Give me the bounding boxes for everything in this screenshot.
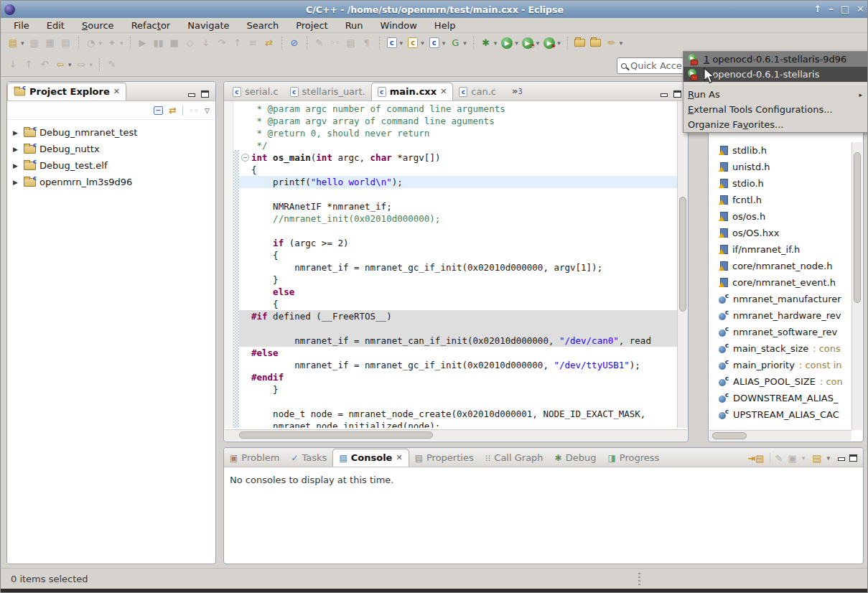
chevron-down-icon[interactable]: ▾ <box>826 454 830 462</box>
editor-vertical-scrollbar[interactable] <box>677 101 688 428</box>
code-line[interactable]: * @param argv array of command line agum… <box>239 115 677 127</box>
tree-item-debug_nuttx[interactable]: ▶Debug_nuttx <box>7 141 215 157</box>
menu-item-1-openocd-0-6-1-stellaris-9d96[interactable]: 1 openocd-0.6.1-stellaris-9d96 <box>683 52 868 67</box>
maximize-view-icon[interactable] <box>201 90 209 98</box>
outline-include-item[interactable]: core/nmranet_node.h <box>719 258 852 274</box>
chevron-down-icon[interactable]: ▾ <box>620 39 623 47</box>
open-console-icon[interactable]: ▤ <box>812 452 821 464</box>
open-console-log-icon[interactable]: ⇥▤ <box>747 453 764 464</box>
outline-horizontal-scrollbar[interactable] <box>709 430 851 441</box>
maximize-window-icon[interactable]: □ <box>841 3 849 15</box>
minimize-window-icon[interactable]: – <box>829 3 834 15</box>
debug-icon[interactable]: ✱ <box>480 37 493 50</box>
restart-icon[interactable]: ⇄ <box>263 37 276 50</box>
menu-file[interactable]: File <box>6 19 37 32</box>
code-line[interactable]: */ <box>239 139 677 151</box>
expand-arrow-icon[interactable]: ▶ <box>13 162 20 169</box>
close-icon[interactable]: ✕ <box>396 453 402 462</box>
chevron-down-icon[interactable]: ▾ <box>494 39 498 47</box>
chevron-down-icon[interactable]: ▾ <box>536 39 540 47</box>
maximize-view-icon[interactable] <box>849 454 857 462</box>
outline-include-item[interactable]: core/nmranet_event.h <box>719 274 852 291</box>
new-make-target-icon[interactable]: G <box>449 37 462 50</box>
outline-vertical-scrollbar[interactable] <box>851 142 862 430</box>
tab-properties[interactable]: ▤Properties <box>409 449 480 467</box>
tab-call-graph[interactable]: ⁝⁝Call Graph <box>480 449 549 467</box>
chevron-down-icon[interactable]: ▾ <box>557 39 561 47</box>
code-line[interactable]: } <box>239 383 677 396</box>
outline-symbol-item[interactable]: main_priority : const in <box>719 357 852 373</box>
code-line[interactable]: nmranet_node_initialized(node); <box>239 420 677 428</box>
expand-arrow-icon[interactable]: ▶ <box>13 129 20 136</box>
chevron-down-icon[interactable]: ▾ <box>442 39 446 47</box>
code-line[interactable]: if (argc >= 2) <box>239 237 677 249</box>
new-source-file-icon[interactable]: c <box>428 37 441 50</box>
code-line[interactable]: * @param argc number of command line arg… <box>239 103 677 115</box>
close-window-icon[interactable]: ✕ <box>857 3 864 15</box>
open-element-icon[interactable] <box>574 37 587 50</box>
collapse-all-icon[interactable]: − <box>154 106 163 115</box>
outline-include-item[interactable]: fcntl.h <box>719 192 852 208</box>
menu-edit[interactable]: Edit <box>39 19 72 32</box>
code-line[interactable]: #if defined (__FreeRTOS__) <box>239 310 677 322</box>
tab-problem[interactable]: ▣Problem <box>224 449 286 467</box>
outline-symbol-item[interactable]: nmranet_hardware_rev <box>719 307 852 324</box>
tab-serial-c[interactable]: cserial.c <box>227 83 284 101</box>
chevron-down-icon[interactable]: ▾ <box>21 39 24 47</box>
code-line[interactable]: printf("hello world\n"); <box>239 176 677 188</box>
menu-project[interactable]: Project <box>289 19 335 32</box>
chevron-down-icon[interactable]: ▾ <box>515 39 518 47</box>
code-line[interactable]: NMRAnetIF *nmranet_if; <box>239 200 677 213</box>
code-line[interactable]: * @return 0, should never return <box>239 127 677 139</box>
code-line[interactable]: #endif <box>239 371 677 383</box>
outline-symbol-item[interactable]: ALIAS_POOL_SIZE : con <box>719 373 852 390</box>
tab-overflow-indicator[interactable]: »3 <box>512 85 523 101</box>
code-line[interactable] <box>239 188 677 200</box>
code-line[interactable] <box>239 225 677 237</box>
outline-symbol-item[interactable]: DOWNSTREAM_ALIAS_ <box>719 390 852 406</box>
outline-symbol-item[interactable]: UPSTREAM_ALIAS_CAC <box>719 406 852 423</box>
expand-arrow-icon[interactable]: ▶ <box>13 146 20 153</box>
tab-stellaris-uart-[interactable]: cstellaris_uart. <box>284 83 371 101</box>
new-wizard-icon[interactable]: ▤ <box>6 37 19 50</box>
tab-tasks[interactable]: ✓Tasks <box>286 449 333 467</box>
chevron-down-icon[interactable]: ▾ <box>463 39 467 47</box>
code-line[interactable]: { <box>239 249 677 261</box>
scrollbar-thumb[interactable] <box>679 197 686 312</box>
editor-horizontal-scrollbar[interactable] <box>225 429 687 441</box>
code-line[interactable]: nmranet_if = nmranet_gc_if_init(0x02010d… <box>239 261 677 274</box>
minimize-view-icon[interactable] <box>837 455 844 461</box>
code-line[interactable]: else <box>239 286 677 298</box>
code-line[interactable]: node_t node = nmranet_node_create(0x0201… <box>239 408 677 420</box>
outline-include-item[interactable]: if/nmranet_if.h <box>719 241 852 258</box>
code-line[interactable] <box>239 322 677 335</box>
open-resource-icon[interactable] <box>589 37 602 50</box>
tree-item-debug_test.elf[interactable]: ▶Debug_test.elf <box>7 157 215 174</box>
tab-main-cxx[interactable]: cmain.cxx✕ <box>371 83 454 101</box>
quick-access-box[interactable]: Quick Acce <box>617 57 686 74</box>
outline-include-item[interactable]: unistd.h <box>719 159 852 175</box>
menu-help[interactable]: Help <box>427 19 463 32</box>
new-header-icon[interactable]: c <box>406 37 419 50</box>
tab-console[interactable]: ▤Console✕ <box>332 449 409 467</box>
minimize-view-icon[interactable] <box>187 91 195 97</box>
chevron-down-icon[interactable]: ▾ <box>400 39 403 47</box>
scrollbar-thumb[interactable] <box>239 431 433 439</box>
menu-window[interactable]: Window <box>373 19 424 32</box>
tree-item-debug_nmranet_test[interactable]: ▶Debug_nmranet_test <box>7 124 215 141</box>
tab-project-explorer[interactable]: Project Explore ✕ <box>7 83 126 101</box>
tab-progress[interactable]: ◨Progress <box>602 449 665 467</box>
shade-window-icon[interactable]: ↑ <box>813 3 821 15</box>
code-line[interactable]: nmranet_if = nmranet_can_if_init(0x02010… <box>239 335 677 347</box>
tab-can-c[interactable]: ccan.c <box>453 83 502 101</box>
menu-item-organize-favorites[interactable]: Organize Favorites... <box>683 117 868 132</box>
tree-item-openmrn_lm3s9d96[interactable]: ▶openmrn_lm3s9d96 <box>7 174 215 190</box>
menu-search[interactable]: Search <box>240 19 286 32</box>
code-line[interactable]: //nmranet_init(0x02010d000000); <box>239 213 677 225</box>
outline-symbol-item[interactable]: nmranet_software_rev <box>719 324 852 340</box>
outline-symbol-item[interactable]: nmranet_manufacturer <box>719 291 852 307</box>
back-icon[interactable]: ⇦ <box>54 58 67 71</box>
code-line[interactable]: −int os_main(int argc, char *argv[]) <box>239 151 677 164</box>
close-icon[interactable]: ✕ <box>440 87 447 96</box>
profile-icon[interactable]: ▶▪ <box>543 37 556 50</box>
